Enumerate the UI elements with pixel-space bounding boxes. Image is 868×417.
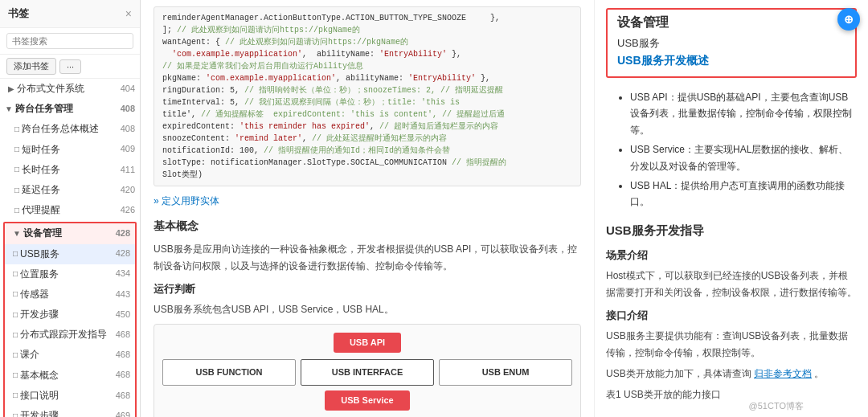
sidebar-item-label: 开发步骤 <box>20 307 59 322</box>
sidebar-item-long-task[interactable]: □ 长时任务 411 <box>0 160 140 180</box>
usb-diagram: USB API USB FUNCTION USB INTERFACE USB E… <box>154 324 581 417</box>
checkbox-icon: □ <box>13 349 18 362</box>
sidebar-item-api-desc[interactable]: □ 接口说明 468 <box>5 386 135 406</box>
right-panel-usb-service-link[interactable]: USB服务 <box>617 36 845 51</box>
right-panel-usb-overview-link[interactable]: USB服务开发概述 <box>617 54 845 68</box>
port-intro-title: 接口介绍 <box>606 307 857 325</box>
code-line: notificationId: 100, // 指明提醒使用的通知Id；相同Id… <box>162 145 572 157</box>
sidebar-actions: 添加书签 ··· <box>0 55 140 79</box>
basic-concepts-text: USB服务是应用向访连接的一种设备袖象概念，开发者根据提供的USB API，可以… <box>154 241 581 274</box>
port-reference-link[interactable]: 归非参考文档 <box>754 368 812 379</box>
right-panel: 设备管理 USB服务 USB服务开发概述 USB API：提供USB的基础API… <box>595 0 868 417</box>
right-content-bullets: USB API：提供USB的基础API，主要包含查询USB设备列表，批量数据传输… <box>606 89 857 403</box>
watermark: @51CTO博客 <box>749 400 804 412</box>
diagram-api-row: USB API <box>162 333 572 353</box>
sidebar-item-dev-steps2[interactable]: □ 开发步骤 469 <box>5 406 135 417</box>
sidebar-item-label: 开发步骤 <box>20 408 59 417</box>
runtime-title: 运行判断 <box>154 280 581 298</box>
main-content: reminderAgentManager.ActionButtonType.AC… <box>141 0 868 417</box>
code-line: wantAgent: { // 此处观察到如问题请访问https://pkgNa… <box>162 36 572 48</box>
content-area: reminderAgentManager.ActionButtonType.AC… <box>141 0 868 417</box>
checkbox-icon: □ <box>13 389 18 402</box>
checkbox-icon: □ <box>13 309 18 321</box>
chevron-down-icon: ▼ <box>13 227 21 240</box>
sidebar-header: 书签 × <box>0 0 140 28</box>
add-bookmark-button[interactable]: 添加书签 <box>6 58 56 75</box>
code-line: ]; // 此处观察到如问题请访问https://pkgName的 <box>162 24 572 36</box>
usb-api-box: USB API <box>334 333 401 353</box>
sidebar-item-distributed-trace[interactable]: □ 分布式跟踪开发指导 468 <box>5 325 135 345</box>
code-line: snoozeContent: 'remind later', // 此处延迟提醒… <box>162 133 572 145</box>
checkbox-icon: □ <box>13 268 18 280</box>
sidebar-item-label: 延迟任务 <box>22 182 60 198</box>
sidebar-item-basic-concepts[interactable]: □ 基本概念 468 <box>5 366 135 386</box>
checkbox-icon: □ <box>13 288 18 300</box>
port-intro-text: USB服务主要提供功能有：查询USB设备列表，批量数据传输，控制命令传输，权限控… <box>606 328 857 361</box>
checkbox-icon: □ <box>13 329 18 341</box>
sidebar-item-cross-task-mgmt[interactable]: ▼ 跨台任务管理 408 <box>0 99 140 119</box>
checkbox-icon: □ <box>14 143 19 156</box>
code-line: title', // 通知提醒标签 expiredContent: 'this … <box>162 108 572 121</box>
code-line: timeInterval: 5, // 我们延迟观察到间隔（单位：秒）；titl… <box>162 96 572 108</box>
scene-intro-text: Host模式下，可以获取到已经连接的USB设备列表，并根据需要打开和关闭设备，控… <box>606 268 857 300</box>
sidebar-item-label: 基本概念 <box>20 368 59 383</box>
checkbox-icon: □ <box>13 247 18 260</box>
options-button[interactable]: ··· <box>59 59 81 74</box>
diagram-row1: USB FUNCTION USB INTERFACE USB ENUM <box>162 359 572 386</box>
checkbox-icon: □ <box>13 369 18 382</box>
define-entity-link[interactable]: » 定义用野实体 <box>154 195 219 206</box>
usb-service-box: USB Service <box>325 390 409 411</box>
dev-guide-title: USB服务开发指导 <box>606 220 857 241</box>
sidebar-item-label: 接口说明 <box>20 388 59 403</box>
basic-concepts-title: 基本概念 <box>154 217 581 236</box>
checkbox-icon: □ <box>13 410 18 417</box>
sidebar-item-distributed-fs[interactable]: ▶ 分布式文件系统 404 <box>0 79 140 99</box>
sidebar-close-button[interactable]: × <box>125 7 132 20</box>
sidebar-item-proxy-reminder[interactable]: □ 代理提醒 426 <box>0 200 140 220</box>
sidebar-item-label: USB服务 <box>20 247 59 262</box>
code-line: expiredContent: 'this reminder has expir… <box>162 121 572 133</box>
api-table-caption: 表1 USB类开放的能力接口 <box>606 386 857 403</box>
code-block: reminderAgentManager.ActionButtonType.AC… <box>154 6 581 186</box>
sidebar-item-label: 课介 <box>20 347 39 362</box>
usb-function-box: USB FUNCTION <box>162 359 296 386</box>
sidebar-item-usb-service[interactable]: □ USB服务 428 <box>5 244 135 264</box>
right-header-box: 设备管理 USB服务 USB服务开发概述 <box>606 8 857 78</box>
sidebar-item-intro[interactable]: □ 课介 468 <box>5 345 135 365</box>
sidebar-item-device-mgmt[interactable]: ▼ 设备管理 428 <box>5 223 135 243</box>
left-panel: reminderAgentManager.ActionButtonType.AC… <box>141 0 595 417</box>
chevron-down-icon: ▼ <box>5 103 13 116</box>
sidebar-item-delay-task[interactable]: □ 延迟任务 420 <box>0 180 140 200</box>
diagram-service-row: USB Service <box>162 390 572 417</box>
code-line: Slot类型) <box>162 169 572 181</box>
port-text3-label: 。 <box>814 368 824 379</box>
float-icon: ⊕ <box>844 13 854 26</box>
sidebar-item-label: 跨台任务管理 <box>15 101 73 117</box>
bullet-usb-service: USB Service：主要实现HAL层数据的接收、解析、分发以及对设备的管理等… <box>630 141 857 174</box>
code-line: reminderAgentManager.ActionButtonType.AC… <box>162 12 572 24</box>
scene-intro-title: 场景介绍 <box>606 247 857 264</box>
port-intro-text2: USB类开放能力加下，具体请查询 归非参考文档 。 <box>606 366 857 382</box>
sidebar-item-location-service[interactable]: □ 位置服务 434 <box>5 264 135 284</box>
usb-enum-box: USB ENUM <box>439 359 572 386</box>
sidebar-item-short-task[interactable]: □ 短时任务 409 <box>0 140 140 160</box>
code-line: pkgName: 'com.example.myapplication', ab… <box>162 72 572 84</box>
sidebar-item-label: 分布式文件系统 <box>17 81 84 96</box>
code-line: slotType: notificationManager.SlotType.S… <box>162 157 572 169</box>
search-input[interactable] <box>6 33 133 49</box>
sidebar-item-dev-steps[interactable]: □ 开发步骤 450 <box>5 305 135 325</box>
code-line: ringDuration: 5, // 指明响铃时长（单位：秒）；snoozeT… <box>162 84 572 96</box>
sidebar-items-list: ▶ 分布式文件系统 404 ▼ 跨台任务管理 408 □ 跨台任务总体概述 40… <box>0 79 140 417</box>
sidebar-item-sensor[interactable]: □ 传感器 443 <box>5 284 135 305</box>
code-line: // 如果是定通常我们会对后台用自动运行Ability信息 <box>162 60 572 72</box>
sidebar-item-cross-task-overview[interactable]: □ 跨台任务总体概述 408 <box>0 119 140 139</box>
bullet-usb-api: USB API：提供USB的基础API，主要包含查询USB设备列表，批量数据传输… <box>630 89 857 138</box>
sidebar-title: 书签 <box>8 6 29 21</box>
sidebar-item-label: 短时任务 <box>22 142 60 157</box>
sidebar-item-label: 位置服务 <box>20 267 59 282</box>
sidebar-highlight-group-device-mgmt: ▼ 设备管理 428 □ USB服务 428 □ 位置服务 434 □ 传感器 … <box>3 222 137 417</box>
checkbox-icon: □ <box>14 184 19 197</box>
right-header-title: 设备管理 <box>617 14 845 31</box>
sidebar: 书签 × 添加书签 ··· ▶ 分布式文件系统 404 ▼ 跨台任务管理 408… <box>0 0 141 417</box>
float-action-button[interactable]: ⊕ <box>837 8 860 31</box>
